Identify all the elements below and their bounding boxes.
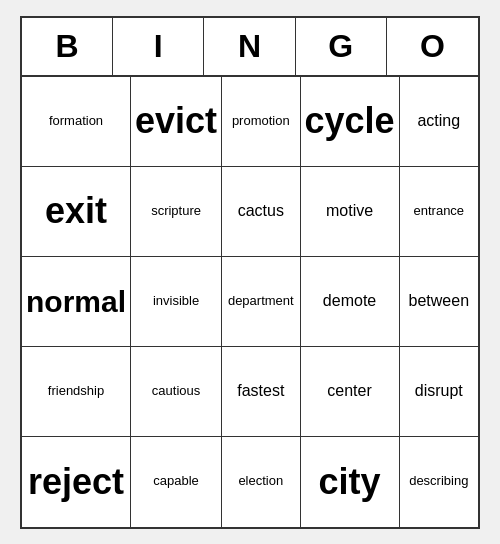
cell-text: entrance — [414, 204, 465, 218]
bingo-header: BINGO — [22, 18, 478, 77]
bingo-cell: cycle — [301, 77, 400, 167]
bingo-cell: acting — [400, 77, 478, 167]
bingo-cell: election — [222, 437, 300, 527]
cell-text: capable — [153, 474, 199, 488]
bingo-cell: scripture — [131, 167, 222, 257]
cell-text: scripture — [151, 204, 201, 218]
cell-text: cactus — [238, 202, 284, 220]
cell-text: cautious — [152, 384, 200, 398]
bingo-cell: disrupt — [400, 347, 478, 437]
bingo-cell: center — [301, 347, 400, 437]
cell-text: disrupt — [415, 382, 463, 400]
bingo-cell: promotion — [222, 77, 300, 167]
header-letter: N — [204, 18, 295, 75]
bingo-cell: fastest — [222, 347, 300, 437]
cell-text: department — [228, 294, 294, 308]
header-letter: O — [387, 18, 478, 75]
bingo-cell: normal — [22, 257, 131, 347]
cell-text: invisible — [153, 294, 199, 308]
header-letter: B — [22, 18, 113, 75]
cell-text: promotion — [232, 114, 290, 128]
cell-text: motive — [326, 202, 373, 220]
cell-text: exit — [45, 191, 107, 231]
bingo-cell: entrance — [400, 167, 478, 257]
cell-text: city — [319, 462, 381, 502]
cell-text: friendship — [48, 384, 104, 398]
bingo-cell: department — [222, 257, 300, 347]
bingo-cell: motive — [301, 167, 400, 257]
cell-text: formation — [49, 114, 103, 128]
cell-text: demote — [323, 292, 376, 310]
cell-text: evict — [135, 101, 217, 141]
cell-text: center — [327, 382, 371, 400]
bingo-cell: friendship — [22, 347, 131, 437]
bingo-cell: between — [400, 257, 478, 347]
bingo-cell: demote — [301, 257, 400, 347]
header-letter: I — [113, 18, 204, 75]
cell-text: normal — [26, 285, 126, 318]
bingo-cell: describing — [400, 437, 478, 527]
bingo-cell: evict — [131, 77, 222, 167]
cell-text: cycle — [305, 101, 395, 141]
bingo-cell: capable — [131, 437, 222, 527]
cell-text: fastest — [237, 382, 284, 400]
bingo-card: BINGO formationevictpromotioncycleacting… — [20, 16, 480, 529]
bingo-cell: formation — [22, 77, 131, 167]
cell-text: election — [238, 474, 283, 488]
bingo-cell: cactus — [222, 167, 300, 257]
bingo-cell: invisible — [131, 257, 222, 347]
cell-text: reject — [28, 462, 124, 502]
cell-text: between — [409, 292, 470, 310]
cell-text: describing — [409, 474, 468, 488]
bingo-cell: exit — [22, 167, 131, 257]
bingo-cell: city — [301, 437, 400, 527]
bingo-cell: reject — [22, 437, 131, 527]
header-letter: G — [296, 18, 387, 75]
cell-text: acting — [417, 112, 460, 130]
bingo-cell: cautious — [131, 347, 222, 437]
bingo-grid: formationevictpromotioncycleactingexitsc… — [22, 77, 478, 527]
